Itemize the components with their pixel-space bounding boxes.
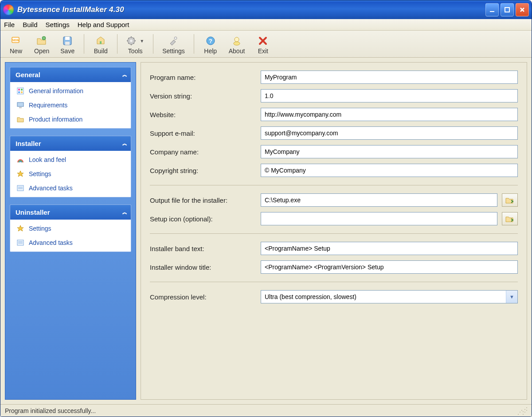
- nav-uninstaller-advanced[interactable]: Advanced tasks: [10, 236, 131, 250]
- nav-label: Advanced tasks: [29, 185, 73, 192]
- svg-rect-6: [65, 37, 70, 40]
- nav-requirements[interactable]: Requirements: [10, 98, 131, 112]
- input-setup-icon[interactable]: [261, 212, 497, 225]
- panel-header-uninstaller[interactable]: Uninstaller ︽: [10, 205, 131, 220]
- svg-point-9: [130, 39, 133, 42]
- app-icon: [3, 4, 14, 15]
- panel-installer: Installer ︽ Look and feel Settings Advan…: [10, 136, 131, 197]
- menu-build[interactable]: Build: [23, 21, 37, 28]
- menu-settings[interactable]: Settings: [46, 21, 70, 28]
- input-support-email[interactable]: [261, 126, 518, 140]
- nav-label: Advanced tasks: [29, 239, 73, 246]
- svg-rect-20: [17, 102, 23, 106]
- label-company: Company name:: [150, 148, 256, 156]
- build-button[interactable]: Build: [90, 33, 112, 56]
- menu-file[interactable]: File: [4, 21, 15, 28]
- panel-header-installer[interactable]: Installer ︽: [10, 136, 131, 151]
- nav-label: Look and feel: [29, 156, 66, 163]
- svg-rect-0: [490, 11, 494, 12]
- app-window: Bytessence InstallMaker 4.30 File Build …: [0, 0, 532, 417]
- window-controls: [485, 3, 529, 16]
- panel-title: Installer: [16, 140, 41, 147]
- maximize-button[interactable]: [501, 3, 514, 16]
- panel-header-general[interactable]: General ︽: [10, 67, 131, 82]
- label-program-name: Program name:: [150, 74, 256, 81]
- resize-grip[interactable]: ⋰⋰⋰: [517, 408, 527, 413]
- save-button[interactable]: Save: [56, 33, 78, 56]
- about-button[interactable]: About: [225, 33, 249, 56]
- input-program-name[interactable]: [261, 71, 518, 84]
- minimize-button[interactable]: [485, 3, 499, 16]
- client-area: General ︽ General information Requiremen…: [0, 58, 532, 404]
- svg-point-4: [42, 36, 46, 40]
- nav-uninstaller-settings[interactable]: Settings: [10, 221, 131, 236]
- svg-rect-19: [21, 91, 23, 93]
- svg-rect-16: [18, 89, 20, 90]
- nav-label: Settings: [29, 170, 51, 177]
- select-compression[interactable]: Ultra (best compression, slowest): [261, 290, 518, 303]
- star-icon: [16, 224, 24, 232]
- nav-product-information[interactable]: Product information: [10, 112, 131, 126]
- nav-label: General information: [29, 87, 83, 94]
- tasks-icon: [16, 184, 24, 192]
- svg-text:?: ?: [209, 38, 212, 44]
- label-website: Website:: [150, 111, 256, 118]
- separator: [150, 233, 518, 234]
- exit-button[interactable]: Exit: [252, 33, 274, 56]
- separator: [150, 282, 518, 282]
- browse-output-button[interactable]: [502, 193, 518, 207]
- folder-arrow-icon: [505, 196, 514, 204]
- new-button[interactable]: NEW New: [5, 33, 27, 56]
- svg-point-13: [234, 42, 240, 45]
- statusbar: Program initialized successfully... ⋰⋰⋰: [0, 404, 532, 417]
- svg-point-10: [174, 37, 177, 39]
- label-compression: Compression level:: [150, 293, 256, 301]
- save-icon: [62, 34, 73, 47]
- exit-icon: [258, 34, 268, 47]
- tools-button[interactable]: ▼ Tools: [123, 33, 148, 56]
- panel-title: General: [16, 71, 40, 79]
- input-copyright[interactable]: [261, 164, 518, 177]
- status-text: Program initialized successfully...: [5, 407, 96, 414]
- form-area: Program name: Version string: Website: S…: [141, 62, 527, 400]
- window-title: Bytessence InstallMaker 4.30: [17, 5, 485, 14]
- label-output-file: Output file for the installer:: [150, 197, 256, 204]
- label-version: Version string:: [150, 92, 256, 100]
- nav-label: Product information: [29, 116, 82, 123]
- menubar: File Build Settings Help and Support: [0, 19, 532, 31]
- star-icon: [16, 170, 24, 178]
- help-button[interactable]: ? Help: [200, 33, 222, 56]
- about-icon: [231, 34, 242, 47]
- panel-general: General ︽ General information Requiremen…: [10, 67, 131, 129]
- open-icon: [36, 34, 47, 47]
- folder-icon: [16, 115, 24, 123]
- input-website[interactable]: [261, 108, 518, 121]
- toolbar-separator: [194, 34, 194, 54]
- svg-rect-25: [17, 240, 23, 245]
- nav-general-information[interactable]: General information: [10, 84, 131, 98]
- nav-installer-settings[interactable]: Settings: [10, 167, 131, 181]
- toolbar-separator: [153, 34, 153, 54]
- close-button[interactable]: [516, 3, 529, 16]
- nav-look-and-feel[interactable]: Look and feel: [10, 153, 131, 167]
- input-company[interactable]: [261, 145, 518, 158]
- nav-installer-advanced[interactable]: Advanced tasks: [10, 181, 131, 195]
- input-band-text[interactable]: [261, 242, 518, 255]
- input-output-file[interactable]: [261, 193, 497, 207]
- settings-button[interactable]: Settings: [159, 33, 188, 56]
- input-window-title[interactable]: [261, 260, 518, 274]
- tasks-icon: [16, 239, 24, 247]
- svg-rect-1: [505, 8, 509, 12]
- toolbar-separator: [117, 34, 117, 54]
- build-icon: [95, 34, 106, 47]
- input-version[interactable]: [261, 89, 518, 102]
- titlebar[interactable]: Bytessence InstallMaker 4.30: [0, 0, 532, 19]
- sidebar: General ︽ General information Requiremen…: [5, 62, 136, 400]
- open-button[interactable]: Open: [31, 33, 53, 56]
- menu-help[interactable]: Help and Support: [78, 21, 129, 28]
- chevron-down-icon: ▼: [140, 39, 144, 43]
- label-setup-icon: Setup icon (optional):: [150, 215, 256, 223]
- rainbow-icon: [16, 156, 24, 164]
- panel-uninstaller: Uninstaller ︽ Settings Advanced tasks: [10, 205, 131, 252]
- browse-icon-button[interactable]: [502, 212, 518, 225]
